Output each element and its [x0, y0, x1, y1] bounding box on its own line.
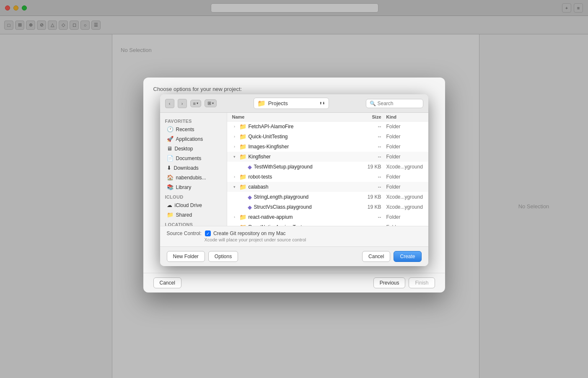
location-picker: 📁 Projects ⬆⬇ — [220, 98, 363, 109]
file-name-string-length: ◆ StringLength.playground — [241, 194, 352, 200]
file-name-kingfisher: ▾ 📁 Kingfisher — [232, 153, 352, 160]
dialog-body: Favorites 🕐 Recents 🚀 Applications 🖥 Des… — [160, 113, 428, 226]
recents-icon: 🕐 — [167, 126, 174, 132]
sidebar-item-icloud-drive[interactable]: ☁ iCloud Drive — [162, 200, 225, 210]
source-control-checkbox-area: Create Git repository on my Mac — [205, 230, 286, 236]
dialog-toolbar: ‹ › ≡ ▾ ⊞ ▾ 📁 Projects ⬆⬇ 🔍 — [160, 94, 428, 113]
chevron-icon: › — [232, 124, 237, 129]
sidebar-item-shared[interactable]: 📁 Shared — [162, 210, 225, 220]
cancel-button[interactable]: Cancel — [362, 251, 390, 262]
chevron-icon: › — [232, 175, 237, 179]
wizard-cancel-button[interactable]: Cancel — [153, 277, 181, 288]
grid-icon: ⊞ — [207, 101, 211, 106]
folder-icon: 📁 — [239, 143, 246, 150]
sidebar-item-downloads[interactable]: ⬇ Downloads — [162, 163, 225, 173]
dialog-footer: New Folder Options Cancel Create — [160, 246, 428, 266]
file-name-react-native-appium-test: › 📁 ReactNativeAppiumTest — [232, 224, 352, 226]
chevron-icon: › — [232, 135, 237, 139]
file-row-kingfisher[interactable]: ▾ 📁 Kingfisher -- Folder — [227, 152, 428, 162]
search-box[interactable]: 🔍 — [366, 99, 423, 108]
git-repo-checkbox[interactable] — [205, 230, 211, 236]
sidebar-item-nabendubis[interactable]: 🏠 nabendubis... — [162, 173, 225, 182]
list-view-button[interactable]: ≡ ▾ — [190, 100, 201, 107]
file-row-quick-unit[interactable]: › 📁 Quick-UnitTesting -- Folder — [227, 132, 428, 142]
folder-icon: 📁 — [239, 133, 246, 140]
location-dropdown[interactable]: 📁 Projects ⬆⬇ — [254, 98, 329, 109]
chevron-down-icon: ▾ — [232, 155, 237, 159]
footer-right-buttons: Cancel Create — [362, 251, 421, 262]
sidebar-item-library[interactable]: 📚 Library — [162, 182, 225, 192]
back-button[interactable]: ‹ — [165, 99, 174, 108]
location-chevron-icon: ⬆⬇ — [319, 101, 325, 105]
save-dialog: ‹ › ≡ ▾ ⊞ ▾ 📁 Projects ⬆⬇ 🔍 Favorites — [160, 94, 428, 266]
file-name-images-kingfisher: › 📁 Images-Kingfisher — [232, 143, 352, 150]
file-name-test-with-setup: ◆ TestWithSetup.playground — [241, 164, 352, 170]
grid-chevron-icon: ▾ — [212, 101, 214, 105]
file-name-robot-tests: › 📁 robot-tests — [232, 173, 352, 180]
sidebar-item-applications[interactable]: 🚀 Applications — [162, 134, 225, 144]
playground-icon: ◆ — [248, 194, 252, 200]
footer-left-buttons: New Folder Options — [167, 251, 238, 262]
applications-icon: 🚀 — [167, 136, 174, 142]
shared-icon: 📁 — [167, 212, 174, 218]
file-row-struct-vs-class[interactable]: ◆ StructVsClass.playground 19 KB Xcode..… — [227, 202, 428, 212]
file-list-header: Name Size Kind — [227, 113, 428, 122]
desktop-icon: 🖥 — [167, 145, 172, 152]
search-input[interactable] — [378, 101, 420, 106]
sidebar-item-recents[interactable]: 🕐 Recents — [162, 124, 225, 134]
icloud-icon: ☁ — [167, 202, 172, 208]
downloads-icon: ⬇ — [167, 165, 171, 171]
source-control-label: Source Control: — [167, 230, 202, 236]
chevron-icon: › — [232, 225, 237, 226]
list-icon: ≡ — [193, 101, 196, 106]
folder-icon: 📁 — [239, 214, 246, 220]
wizard-finish-button[interactable]: Finish — [409, 277, 435, 288]
playground-icon: ◆ — [248, 164, 252, 170]
file-row-images-kingfisher[interactable]: › 📁 Images-Kingfisher -- Folder — [227, 142, 428, 152]
options-button[interactable]: Options — [208, 251, 238, 262]
create-button[interactable]: Create — [394, 251, 421, 262]
forward-button[interactable]: › — [178, 99, 187, 108]
library-icon: 📚 — [167, 184, 174, 190]
folder-icon: 📁 — [239, 123, 246, 130]
file-row-fetchapi[interactable]: › 📁 FetchAPI-AlamoFire -- Folder — [227, 122, 428, 132]
file-name-react-native-appium: › 📁 react-native-appium — [232, 214, 352, 220]
file-list-area[interactable]: Name Size Kind › 📁 FetchAPI-AlamoFire --… — [227, 113, 428, 226]
folder-icon: 📁 — [257, 99, 266, 107]
favorites-label: Favorites — [160, 116, 227, 124]
folder-icon: 📁 — [239, 153, 246, 160]
sidebar-item-documents[interactable]: 📄 Documents — [162, 153, 225, 163]
chevron-icon: › — [232, 215, 237, 219]
search-icon: 🔍 — [370, 101, 376, 106]
file-row-string-length[interactable]: ◆ StringLength.playground 19 KB Xcode...… — [227, 192, 428, 202]
list-chevron-icon: ▾ — [197, 101, 198, 105]
locations-label: Locations — [160, 220, 227, 226]
file-row-test-with-setup[interactable]: ◆ TestWithSetup.playground 19 KB Xcode..… — [227, 162, 428, 172]
file-name-calabash: ▾ 📁 calabash — [232, 184, 352, 190]
chevron-down-icon: ▾ — [232, 185, 237, 189]
icloud-label: iCloud — [160, 192, 227, 200]
git-repo-label: Create Git repository on my Mac — [213, 230, 286, 236]
file-name-struct-vs-class: ◆ StructVsClass.playground — [241, 204, 352, 210]
new-folder-button[interactable]: New Folder — [167, 251, 205, 262]
file-row-robot-tests[interactable]: › 📁 robot-tests -- Folder — [227, 172, 428, 182]
file-row-react-native-appium[interactable]: › 📁 react-native-appium -- Folder — [227, 212, 428, 222]
playground-icon: ◆ — [248, 204, 252, 210]
file-row-react-native-appium-test[interactable]: › 📁 ReactNativeAppiumTest -- Folder — [227, 222, 428, 226]
home-icon: 🏠 — [167, 174, 174, 181]
source-control-hint: Xcode will place your project under sour… — [167, 237, 422, 242]
folder-icon: 📁 — [239, 224, 246, 226]
documents-icon: 📄 — [167, 155, 174, 161]
grid-view-button[interactable]: ⊞ ▾ — [205, 99, 217, 107]
wizard-previous-button[interactable]: Previous — [373, 277, 406, 288]
sidebar-item-desktop[interactable]: 🖥 Desktop — [162, 144, 225, 153]
file-row-calabash[interactable]: ▾ 📁 calabash -- Folder — [227, 182, 428, 192]
file-name-fetchapi: › 📁 FetchAPI-AlamoFire — [232, 123, 352, 130]
folder-icon: 📁 — [239, 184, 246, 190]
file-name-quick-unit: › 📁 Quick-UnitTesting — [232, 133, 352, 140]
chevron-icon: › — [232, 145, 237, 149]
folder-icon: 📁 — [239, 173, 246, 180]
source-control-bar: Source Control: Create Git repository on… — [160, 226, 428, 246]
sidebar: Favorites 🕐 Recents 🚀 Applications 🖥 Des… — [160, 113, 227, 226]
